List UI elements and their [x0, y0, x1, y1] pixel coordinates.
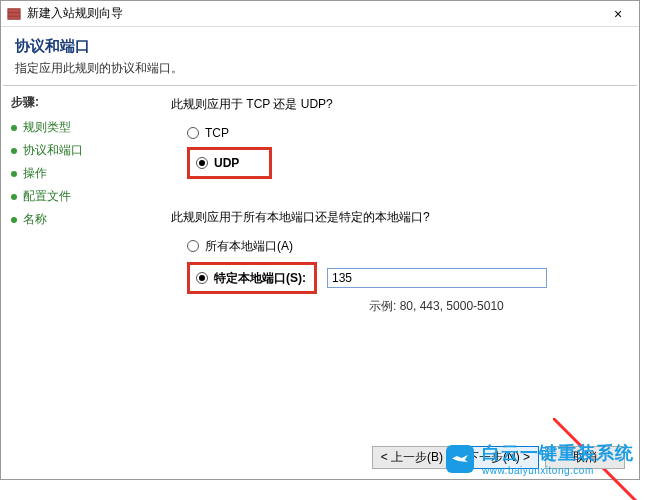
step-rule-type[interactable]: 规则类型 [11, 119, 151, 136]
bullet-icon [11, 217, 17, 223]
highlight-udp: UDP [187, 147, 272, 179]
radio-icon [196, 157, 208, 169]
step-action[interactable]: 操作 [11, 165, 151, 182]
wizard-window: 新建入站规则向导 × 协议和端口 指定应用此规则的协议和端口。 步骤: 规则类型… [0, 0, 640, 480]
close-button[interactable]: × [603, 6, 633, 22]
specific-ports-row: 特定本地端口(S): [187, 262, 619, 294]
protocol-radiogroup: TCP UDP [187, 123, 619, 179]
steps-sidebar: 步骤: 规则类型 协议和端口 操作 配置文件 名称 [1, 86, 161, 456]
step-label: 名称 [23, 211, 47, 228]
step-label: 规则类型 [23, 119, 71, 136]
radio-icon [187, 240, 199, 252]
step-label: 配置文件 [23, 188, 71, 205]
bullet-icon [11, 125, 17, 131]
specific-ports-label: 特定本地端口(S): [214, 270, 306, 287]
back-button[interactable]: < 上一步(B) [372, 446, 452, 469]
svg-rect-1 [8, 12, 20, 13]
tcp-option[interactable]: TCP [187, 123, 619, 143]
bullet-icon [11, 194, 17, 200]
step-profile[interactable]: 配置文件 [11, 188, 151, 205]
firewall-icon [7, 7, 21, 21]
tcp-label: TCP [205, 126, 229, 140]
highlight-specific-ports: 特定本地端口(S): [187, 262, 317, 294]
cancel-button[interactable]: 取消 [545, 446, 625, 469]
udp-label: UDP [214, 156, 239, 170]
all-ports-label: 所有本地端口(A) [205, 238, 293, 255]
content-pane: 此规则应用于 TCP 还是 UDP? TCP UDP 此规则应用于所有本地端口还… [161, 86, 639, 456]
step-label: 协议和端口 [23, 142, 83, 159]
all-ports-option[interactable]: 所有本地端口(A) [187, 236, 619, 256]
step-label: 操作 [23, 165, 47, 182]
svg-rect-0 [8, 8, 20, 19]
step-protocol-ports[interactable]: 协议和端口 [11, 142, 151, 159]
page-title: 协议和端口 [15, 37, 625, 56]
radio-icon [187, 127, 199, 139]
step-name[interactable]: 名称 [11, 211, 151, 228]
wizard-header: 协议和端口 指定应用此规则的协议和端口。 [1, 27, 639, 85]
steps-heading: 步骤: [11, 94, 151, 111]
ports-input[interactable] [327, 268, 547, 288]
svg-rect-2 [8, 15, 20, 16]
titlebar: 新建入站规则向导 × [1, 1, 639, 27]
bullet-icon [11, 148, 17, 154]
page-subtitle: 指定应用此规则的协议和端口。 [15, 60, 625, 77]
radio-icon [196, 272, 208, 284]
ports-question: 此规则应用于所有本地端口还是特定的本地端口? [171, 209, 619, 226]
protocol-question: 此规则应用于 TCP 还是 UDP? [171, 96, 619, 113]
wizard-footer: < 上一步(B) 下一步(N) > 取消 [372, 446, 625, 469]
udp-option[interactable]: UDP [196, 153, 239, 173]
window-title: 新建入站规则向导 [27, 5, 603, 22]
ports-example: 示例: 80, 443, 5000-5010 [369, 298, 619, 315]
ports-radiogroup: 所有本地端口(A) [187, 236, 619, 256]
specific-ports-option[interactable]: 特定本地端口(S): [196, 268, 306, 288]
next-button[interactable]: 下一步(N) > [458, 446, 539, 469]
wizard-body: 步骤: 规则类型 协议和端口 操作 配置文件 名称 此规则应用于 TCP 还是 … [1, 86, 639, 456]
bullet-icon [11, 171, 17, 177]
